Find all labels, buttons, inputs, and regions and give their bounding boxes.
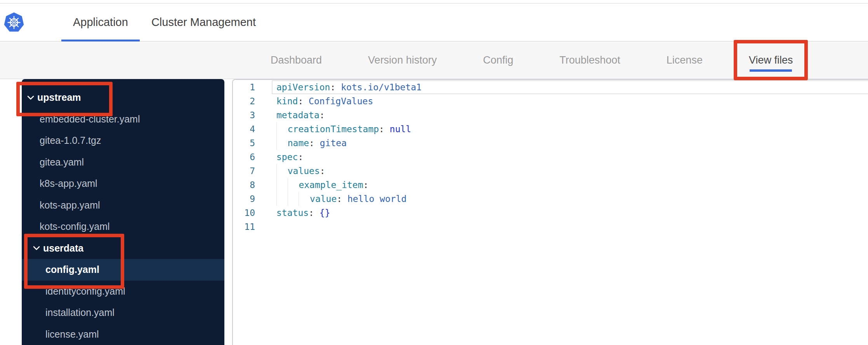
editor-line[interactable]: 3metadata: [233,108,868,122]
kubernetes-logo-icon [3,12,24,33]
token-pun: : [298,150,303,164]
token-key: name [288,136,309,150]
indent-guide [276,136,288,150]
header-tab-application[interactable]: Application [61,3,140,41]
token-key: kind [276,94,298,108]
line-number: 9 [233,192,272,206]
line-number: 11 [233,220,272,234]
indent-guide [288,192,299,206]
editor-line[interactable]: 5name: gitea [233,136,868,150]
subnav-tab-dashboard[interactable]: Dashboard [271,41,322,79]
token-pun: : [298,94,309,108]
tree-item-label: gitea-1.0.7.tgz [40,135,101,146]
tree-file-gitea-1.0.7.tgz[interactable]: gitea-1.0.7.tgz [22,130,224,152]
tree-file-embedded-cluster.yaml[interactable]: embedded-cluster.yaml [22,109,224,130]
token-key: status [276,206,309,220]
line-number: 8 [233,178,272,192]
tree-item-label: k8s-app.yaml [40,178,97,189]
indent-guide [288,178,299,192]
editor-line[interactable]: 8example_item: [233,178,868,192]
token-val: hello world [347,192,406,206]
subnav-tab-license[interactable]: License [667,41,703,79]
tree-folder-upstream[interactable]: upstream [22,87,224,109]
code-line-content: creationTimestamp: null [272,122,868,136]
app-header: ApplicationCluster Management [0,3,868,41]
subnav-tabs: DashboardVersion historyConfigTroublesho… [0,41,868,79]
token-pun: : [309,206,319,220]
code-line-content [272,220,868,234]
line-number: 10 [233,206,272,220]
editor-line[interactable]: 4creationTimestamp: null [233,122,868,136]
kubernetes-logo [0,3,24,41]
code-line-content: kind: ConfigValues [272,94,868,108]
code-line-content: spec: [272,150,868,164]
tree-item-label: embedded-cluster.yaml [40,114,140,125]
tree-item-label: installation.yaml [45,307,115,318]
code-line-content: value: hello world [272,192,868,206]
tree-item-label: userdata [43,243,83,254]
code-line-content: status: {} [272,206,868,220]
chevron-down-icon [27,95,34,100]
code-line-content: name: gitea [272,136,868,150]
tree-file-identityconfig.yaml[interactable]: identityconfig.yaml [22,281,224,302]
token-pun: : [309,136,320,150]
line-number: 3 [233,108,272,122]
token-kw: null [390,122,411,136]
token-pun: : [363,178,369,192]
token-pun: : [379,122,390,136]
tree-folder-userdata[interactable]: userdata [22,238,224,259]
tree-item-label: kots-config.yaml [40,221,110,232]
token-key: value [310,192,337,206]
token-val: gitea [320,136,347,150]
subnav-tab-troubleshoot[interactable]: Troubleshoot [559,41,620,79]
token-key: creationTimestamp [288,122,379,136]
token-key: spec [276,150,298,164]
tree-file-license.yaml[interactable]: license.yaml [22,324,224,345]
token-pun: : [320,164,325,178]
indent-guide [276,192,288,206]
subnav-tab-view-files[interactable]: View files [749,41,793,79]
indent-guide [276,122,288,136]
chevron-down-icon [33,246,40,250]
editor-line[interactable]: 2kind: ConfigValues [233,94,868,108]
window-top-divider [0,0,868,3]
tree-file-installation.yaml[interactable]: installation.yaml [22,302,224,324]
tree-item-label: kots-app.yaml [40,200,100,211]
editor-line[interactable]: 11 [233,220,868,234]
tree-file-kots-app.yaml[interactable]: kots-app.yaml [22,195,224,216]
tree-item-label: identityconfig.yaml [45,286,125,297]
code-line-content: metadata: [272,108,868,122]
code-editor[interactable]: 1apiVersion: kots.io/v1beta12kind: Confi… [232,79,868,345]
token-pun: : [337,192,347,206]
line-number: 6 [233,150,272,164]
token-val: ConfigValues [309,94,373,108]
token-pun: : [319,108,325,122]
token-pun: : [330,80,341,94]
chevron-down-icon [33,246,40,250]
editor-line[interactable]: 10status: {} [233,206,868,220]
tree-file-kots-config.yaml[interactable]: kots-config.yaml [22,216,224,238]
editor-line[interactable]: 6spec: [233,150,868,164]
indent-guide [276,164,288,178]
tree-file-config.yaml[interactable]: config.yaml [22,259,224,281]
tree-file-gitea.yaml[interactable]: gitea.yaml [22,152,224,173]
tree-item-label: gitea.yaml [40,157,84,168]
header-tab-cluster-management[interactable]: Cluster Management [140,3,267,41]
line-number: 2 [233,94,272,108]
subnav-tab-config[interactable]: Config [483,41,513,79]
token-key: values [288,164,320,178]
tree-item-label: upstream [37,92,81,103]
subnav-tab-version-history[interactable]: Version history [368,41,437,79]
indent-guide [276,178,288,192]
code-line-content: apiVersion: kots.io/v1beta1 [272,80,868,94]
tree-item-label: license.yaml [45,329,99,340]
app-subnav: DashboardVersion historyConfigTroublesho… [0,41,868,79]
editor-line[interactable]: 9value: hello world [233,192,868,206]
token-key: apiVersion [276,80,330,94]
token-key: metadata [276,108,319,122]
token-val: kots.io/v1beta1 [341,80,422,94]
line-number: 5 [233,136,272,150]
editor-line[interactable]: 7values: [233,164,868,178]
tree-file-k8s-app.yaml[interactable]: k8s-app.yaml [22,173,224,195]
editor-line[interactable]: 1apiVersion: kots.io/v1beta1 [233,80,868,94]
